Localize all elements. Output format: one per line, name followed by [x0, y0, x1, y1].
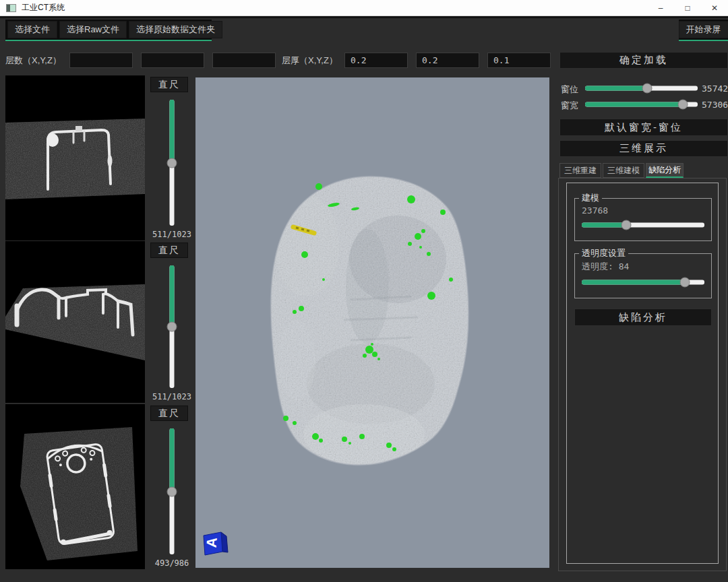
- tab-3d-reconstruction[interactable]: 三维重建: [559, 163, 601, 178]
- record-toolbar: 开始录屏: [679, 20, 728, 41]
- window-level-slider[interactable]: [585, 83, 698, 93]
- modeling-slider[interactable]: [582, 220, 704, 230]
- slider-fill: [170, 100, 175, 163]
- slider-handle[interactable]: [678, 99, 688, 109]
- slice-position-middle: 511/1023: [147, 392, 197, 401]
- slice-slider-bottom[interactable]: [167, 428, 177, 554]
- layer-thickness-y-input[interactable]: [416, 53, 479, 68]
- volume-render: [195, 77, 549, 568]
- ct-slice-view-middle[interactable]: [5, 241, 145, 403]
- window-level-label: 窗位: [561, 84, 578, 96]
- file-toolbar: 选择文件 选择Raw文件 选择原始数据文件夹: [5, 20, 212, 41]
- layer-thickness-label: 层厚（X,Y,Z）: [282, 55, 338, 67]
- slider-fill: [585, 86, 647, 90]
- slider-fill: [585, 102, 683, 106]
- ct-slice-bottom-image: [5, 404, 145, 569]
- select-file-button[interactable]: 选择文件: [7, 21, 57, 38]
- window-width-label: 窗宽: [561, 100, 578, 112]
- slider-fill: [582, 222, 626, 227]
- maximize-button[interactable]: □: [674, 0, 701, 15]
- slice-top-controls: 直尺 511/1023: [147, 75, 197, 240]
- slider-fill: [582, 280, 685, 284]
- window-title: 工业CT系统: [22, 2, 65, 13]
- tab-3d-modeling[interactable]: 三维建模: [603, 163, 644, 178]
- slice-middle-controls: 直尺 511/1023: [147, 241, 197, 403]
- layer-count-z-input[interactable]: [212, 53, 276, 68]
- slider-handle[interactable]: [621, 220, 631, 230]
- window-width-value: 57306: [702, 100, 728, 110]
- slice-slider-top[interactable]: [167, 100, 177, 226]
- ct-slice-view-bottom[interactable]: [5, 404, 145, 569]
- slice-bottom-controls: 直尺 493/986: [147, 404, 197, 569]
- modeling-group: 建模 23768: [574, 192, 712, 241]
- layer-thickness-z-input[interactable]: [487, 53, 551, 68]
- window-width-slider[interactable]: [585, 99, 698, 109]
- transparency-group: 透明度设置 透明度: 84: [574, 247, 712, 298]
- close-button[interactable]: ✕: [701, 0, 728, 15]
- slice-position-bottom: 493/986: [147, 558, 197, 568]
- layer-count-x-input[interactable]: [69, 53, 133, 68]
- titlebar-divider: [0, 16, 728, 18]
- slice-slider-middle[interactable]: [167, 265, 177, 388]
- slider-fill: [170, 428, 175, 492]
- tab-defect-analysis[interactable]: 缺陷分析: [646, 163, 684, 178]
- ct-slice-top-image: [5, 75, 145, 240]
- title-bar: 工业CT系统 – □ ✕: [0, 0, 728, 16]
- ruler-button-top[interactable]: 直尺: [150, 77, 188, 92]
- confirm-load-button[interactable]: 确定加载: [559, 52, 728, 69]
- defect-analysis-button[interactable]: 缺陷分析: [574, 309, 712, 326]
- slider-handle[interactable]: [167, 158, 177, 168]
- slider-fill: [170, 265, 175, 327]
- modeling-value: 23768: [582, 205, 711, 216]
- viewport-3d[interactable]: A: [195, 77, 549, 568]
- layer-thickness-x-input[interactable]: [344, 53, 408, 68]
- orientation-cube[interactable]: A: [200, 529, 229, 560]
- layer-count-y-input[interactable]: [141, 53, 204, 68]
- ruler-button-bottom[interactable]: 直尺: [150, 406, 188, 421]
- slider-handle[interactable]: [679, 277, 690, 287]
- minimize-button[interactable]: –: [647, 0, 674, 15]
- transparency-group-title: 透明度设置: [579, 247, 628, 259]
- app-icon: [6, 4, 16, 12]
- transparency-slider[interactable]: [582, 277, 704, 287]
- layer-count-label: 层数（X,Y,Z）: [5, 55, 61, 67]
- transparency-value: 透明度: 84: [582, 261, 711, 273]
- slider-handle[interactable]: [167, 322, 177, 332]
- select-folder-button[interactable]: 选择原始数据文件夹: [129, 21, 222, 38]
- cube-face-letter: A: [204, 537, 220, 548]
- slider-handle[interactable]: [167, 486, 177, 496]
- slider-handle[interactable]: [642, 83, 652, 93]
- window-level-value: 35742: [702, 84, 728, 94]
- select-raw-button[interactable]: 选择Raw文件: [59, 21, 127, 38]
- start-record-button[interactable]: 开始录屏: [679, 21, 728, 38]
- ct-slice-view-top[interactable]: [5, 75, 145, 240]
- ct-slice-middle-image: [5, 241, 145, 403]
- default-window-button[interactable]: 默认窗宽-窗位: [559, 119, 728, 136]
- slice-position-top: 511/1023: [147, 230, 197, 239]
- show-3d-button[interactable]: 三维展示: [559, 140, 728, 157]
- app-window: 工业CT系统 – □ ✕ 选择文件 选择Raw文件 选择原始数据文件夹 开始录屏…: [0, 0, 728, 582]
- modeling-group-title: 建模: [579, 192, 602, 204]
- ruler-button-middle[interactable]: 直尺: [150, 243, 188, 258]
